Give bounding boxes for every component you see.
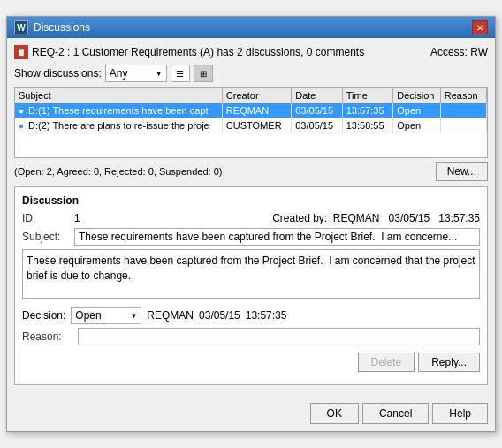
help-button[interactable]: Help xyxy=(432,403,488,424)
dialog-content: 📋 REQ-2 : 1 Customer Requirements (A) ha… xyxy=(7,38,495,399)
cancel-button[interactable]: Cancel xyxy=(362,403,429,424)
delete-button[interactable]: Delete xyxy=(358,353,415,372)
row-time: 13:57:35 xyxy=(342,103,392,118)
discussions-table[interactable]: Subject Creator Date Time Decision Reaso… xyxy=(14,87,488,158)
show-dropdown-value: Any xyxy=(110,67,128,80)
row-creator: REQMAN xyxy=(222,103,291,118)
ok-button[interactable]: OK xyxy=(310,403,359,424)
row-creator: CUSTOMER xyxy=(222,118,291,133)
detail-view-button[interactable]: ⊞ xyxy=(194,65,213,82)
col-header-creator: Creator xyxy=(222,88,291,103)
row-date: 03/05/15 xyxy=(292,118,342,133)
col-header-decision: Decision xyxy=(393,88,441,103)
app-icon: W xyxy=(14,20,28,34)
col-header-reason: Reason xyxy=(440,88,486,103)
show-discussions-dropdown[interactable]: Any ▼ xyxy=(105,65,167,82)
created-by-value: REQMAN xyxy=(333,212,380,224)
subject-label: Subject: xyxy=(22,231,71,243)
decision-time: 13:57:35 xyxy=(246,309,287,322)
decision-user: REQMAN xyxy=(147,309,194,322)
subject-input[interactable] xyxy=(74,228,480,246)
stats-text: (Open: 2, Agreed: 0, Rejected: 0, Suspen… xyxy=(14,166,222,177)
title-bar: W Discussions ✕ xyxy=(7,17,495,38)
id-row: ID: 1 Created by: REQMAN 03/05/15 13:57:… xyxy=(22,212,480,224)
created-date: 03/05/15 xyxy=(389,212,430,224)
row-time: 13:58:55 xyxy=(342,118,392,133)
panel-title: Discussion xyxy=(22,194,480,207)
access-text: Access: RW xyxy=(430,46,488,58)
decision-row: Decision: Open ▼ REQMAN 03/05/15 13:57:3… xyxy=(22,307,480,324)
col-header-subject: Subject xyxy=(15,88,222,103)
table-row[interactable]: ●ID:(1) These requirements have been cap… xyxy=(15,103,487,118)
decision-value: Open xyxy=(75,309,101,322)
row-reason xyxy=(440,103,486,118)
new-button[interactable]: New... xyxy=(436,162,488,181)
show-row: Show discussions: Any ▼ ☰ ⊞ xyxy=(14,65,488,82)
decision-date: 03/05/15 xyxy=(199,309,240,322)
created-by-label: Created by: xyxy=(272,212,327,224)
message-area[interactable] xyxy=(22,249,480,299)
col-header-date: Date xyxy=(292,88,342,103)
info-text: REQ-2 : 1 Customer Requirements (A) has … xyxy=(32,46,364,58)
footer: OK Cancel Help xyxy=(7,399,495,431)
action-row: Delete Reply... xyxy=(22,353,480,372)
reason-row: Reason: xyxy=(22,328,480,345)
reason-input[interactable] xyxy=(78,328,480,345)
decision-label: Decision: xyxy=(22,309,65,322)
stats-row: (Open: 2, Agreed: 0, Rejected: 0, Suspen… xyxy=(14,162,488,181)
row-subject: ●ID:(2) There are plans to re-issue the … xyxy=(15,118,222,133)
row-subject: ●ID:(1) These requirements have been cap… xyxy=(15,103,222,118)
chevron-down-icon: ▼ xyxy=(130,312,137,320)
chevron-down-icon: ▼ xyxy=(156,70,163,78)
id-value: 1 xyxy=(74,212,80,224)
info-row: 📋 REQ-2 : 1 Customer Requirements (A) ha… xyxy=(14,45,488,59)
reply-button[interactable]: Reply... xyxy=(418,353,480,372)
id-label: ID: xyxy=(22,212,71,224)
discussions-dialog: W Discussions ✕ 📋 REQ-2 : 1 Customer Req… xyxy=(6,16,496,432)
row-decision: Open xyxy=(393,103,441,118)
created-time: 13:57:35 xyxy=(438,212,480,224)
table-row[interactable]: ●ID:(2) There are plans to re-issue the … xyxy=(15,118,487,133)
row-date: 03/05/15 xyxy=(292,103,342,118)
show-label: Show discussions: xyxy=(14,67,102,80)
reason-label: Reason: xyxy=(22,330,71,343)
row-decision: Open xyxy=(393,118,441,133)
list-view-button[interactable]: ☰ xyxy=(171,65,190,82)
doc-icon: 📋 xyxy=(14,45,28,59)
subject-row: Subject: xyxy=(22,228,480,246)
dialog-title: Discussions xyxy=(34,21,90,34)
close-button[interactable]: ✕ xyxy=(472,20,488,34)
col-header-time: Time xyxy=(342,88,392,103)
discussion-panel: Discussion ID: 1 Created by: REQMAN 03/0… xyxy=(14,186,488,385)
row-reason xyxy=(440,118,486,133)
decision-dropdown[interactable]: Open ▼ xyxy=(71,307,141,324)
